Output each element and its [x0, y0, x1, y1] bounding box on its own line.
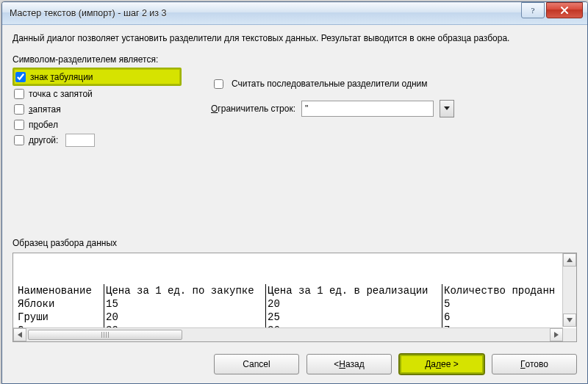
scroll-up-button[interactable]: [563, 253, 576, 267]
space-label: пробел: [29, 120, 58, 130]
wizard-window: Мастер текстов (импорт) - шаг 2 из 3 ? Д…: [1, 1, 588, 384]
client-area: Данный диалог позволяет установить разде…: [2, 25, 587, 383]
preview-cell: 15: [104, 297, 266, 311]
preview-cell: 6: [442, 311, 575, 324]
horizontal-scrollbar[interactable]: [13, 327, 563, 341]
tab-label: знак табуляции: [30, 72, 93, 82]
qualifier-value[interactable]: ": [301, 101, 434, 117]
delimiters-group: Символом-разделителем является: знак таб…: [12, 50, 182, 148]
preview-header-cell: Количество проданн: [442, 284, 575, 297]
preview-header-cell: Наименование: [16, 284, 104, 297]
delimiter-other-row[interactable]: другой:: [12, 132, 182, 148]
window-title: Мастер текстов (импорт) - шаг 2 из 3: [10, 8, 521, 18]
other-label: другой:: [29, 135, 58, 145]
preview-header-cell: Цена за 1 ед. по закупке: [104, 284, 266, 297]
intro-text: Данный диалог позволяет установить разде…: [12, 32, 577, 44]
preview-frame: НаименованиеЦена за 1 ед. по закупкеЦена…: [12, 253, 577, 342]
qualifier-dropdown-button[interactable]: [440, 100, 454, 117]
delimiter-tab-row[interactable]: знак табуляции: [12, 68, 182, 86]
finish-button[interactable]: Готово: [492, 354, 577, 374]
preview-label: Образец разбора данных: [12, 238, 577, 248]
consecutive-row[interactable]: Считать последовательные разделители одн…: [211, 75, 577, 93]
back-button[interactable]: < Назад: [306, 354, 392, 374]
svg-text:?: ?: [531, 6, 535, 15]
other-delimiter-input[interactable]: [65, 134, 95, 147]
close-button[interactable]: [546, 2, 583, 18]
space-checkbox[interactable]: [14, 120, 24, 130]
preview-cell: Яблоки: [16, 297, 104, 311]
preview-cell: 20: [104, 311, 266, 324]
preview-cell: 20: [266, 297, 442, 311]
preview-cell: 25: [266, 311, 442, 324]
titlebar: Мастер текстов (импорт) - шаг 2 из 3 ?: [2, 2, 587, 25]
next-button[interactable]: Далее >: [399, 354, 484, 374]
preview-cell: Груши: [16, 311, 104, 324]
preview-grid: НаименованиеЦена за 1 ед. по закупкеЦена…: [16, 284, 576, 327]
consecutive-label: Считать последовательные разделители одн…: [232, 79, 428, 89]
delimiter-comma-row[interactable]: запятая: [12, 101, 182, 117]
comma-label: запятая: [29, 104, 61, 115]
preview-cell: 5: [442, 297, 575, 311]
hscroll-track[interactable]: [26, 329, 550, 341]
hscroll-thumb[interactable]: [28, 330, 182, 340]
titlebar-buttons: ?: [521, 5, 584, 21]
delimiter-space-row[interactable]: пробел: [12, 117, 182, 132]
delimiter-semicolon-row[interactable]: точка с запятой: [12, 86, 182, 101]
cancel-button[interactable]: Cancel: [214, 354, 299, 374]
tab-checkbox[interactable]: [15, 72, 26, 82]
qualifier-row: Ограничитель строк: ": [211, 100, 577, 117]
semicolon-checkbox[interactable]: [14, 89, 24, 99]
delimiters-legend: Символом-разделителем является:: [12, 54, 182, 68]
qualifier-label: Ограничитель строк:: [211, 104, 295, 114]
preview-header-cell: Цена за 1 ед. в реализации: [266, 284, 442, 297]
comma-checkbox[interactable]: [14, 104, 24, 115]
semicolon-label: точка с запятой: [29, 89, 93, 99]
help-button[interactable]: ?: [521, 2, 545, 18]
right-options: Считать последовательные разделители одн…: [182, 50, 577, 148]
vertical-scrollbar[interactable]: [562, 253, 576, 327]
consecutive-checkbox[interactable]: [214, 79, 223, 89]
vscroll-track[interactable]: [563, 267, 576, 314]
options-area: Символом-разделителем является: знак таб…: [12, 50, 577, 148]
scrollbar-corner: [563, 328, 576, 341]
wizard-buttons: Cancel < Назад Далее > Готово: [12, 354, 577, 374]
other-checkbox[interactable]: [14, 135, 24, 145]
scroll-down-button[interactable]: [563, 314, 576, 327]
preview-body: НаименованиеЦена за 1 ед. по закупкеЦена…: [13, 253, 576, 327]
scroll-right-button[interactable]: [550, 328, 563, 341]
scroll-left-button[interactable]: [13, 328, 26, 341]
